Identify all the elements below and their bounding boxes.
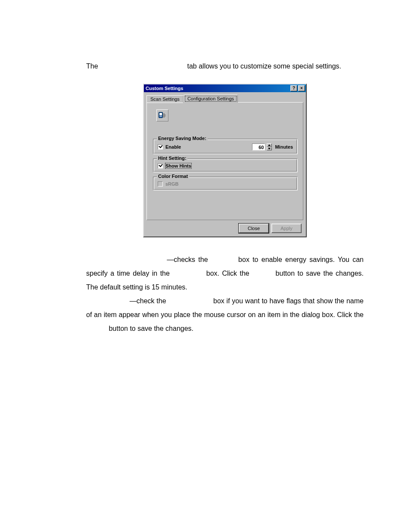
apply-button[interactable]: Apply [271,224,302,233]
intro-the: The [86,62,98,70]
p1-d: box. Click the [206,270,249,277]
wrench-plug-icon [158,111,167,120]
group-energy-saving: Energy Saving Mode: Enable 60 [153,139,298,154]
p2-d: dialog box. Click the [302,311,364,318]
paragraph-hint: —check the box if you want to have flags… [86,294,364,336]
document-page: The tab allows you to customize some spe… [0,0,411,532]
group-hint-setting: Hint Setting: Show Hints [153,159,298,172]
svg-rect-3 [163,113,165,118]
p2-e: button to save the changes. [109,325,193,332]
dialog-title: Custom Settings [146,86,290,91]
checkbox-enable-label: Enable [165,144,181,149]
intro-rest: tab allows you to customize some special… [187,62,341,70]
minutes-value[interactable]: 60 [252,143,265,150]
p2-b: box if you want to have flags that show [213,297,333,305]
config-tool-icon[interactable] [156,109,168,121]
minutes-unit: Minutes [275,144,293,149]
legend-energy: Energy Saving Mode: [157,136,208,141]
svg-rect-1 [159,113,162,115]
checkbox-box-icon [158,163,163,168]
checkbox-enable-energy[interactable]: Enable [158,144,181,149]
tab-configuration-settings[interactable]: Configuration Settings [184,95,238,103]
close-button[interactable]: Close [239,224,269,233]
p2-a: —check the [130,297,166,305]
spin-up-button[interactable] [267,143,272,147]
dialog-button-row: Close Apply [146,220,303,234]
titlebar-help-button[interactable]: ? [290,85,297,91]
p1-b: box to enable energy savings. You [238,256,349,263]
p1-a: —checks the [167,256,208,263]
titlebar[interactable]: Custom Settings ? × [144,84,306,92]
svg-rect-4 [165,114,166,117]
below-dialog-text: —checks the box to enable energy savings… [86,253,364,336]
custom-settings-dialog: Custom Settings ? × Scan Settings Config… [143,84,307,237]
tab-strip: Scan Settings Configuration Settings [146,95,303,103]
paragraph-energy: —checks the box to enable energy savings… [86,253,364,294]
minutes-spinbox[interactable]: 60 Minutes [252,143,293,150]
titlebar-close-button[interactable]: × [298,85,305,91]
checkbox-srgb-label: sRGB [165,181,179,187]
chevron-up-icon [268,144,271,146]
tab-scan-settings[interactable]: Scan Settings [146,95,184,103]
chevron-down-icon [268,148,271,149]
toolbar-row [153,107,298,139]
svg-rect-2 [159,116,162,117]
legend-color: Color Format [157,174,189,179]
intro-paragraph: The tab allows you to customize some spe… [86,59,364,73]
dialog-wrapper: Custom Settings ? × Scan Settings Config… [86,84,364,237]
group-color-format: Color Format sRGB [153,177,298,190]
checkbox-show-hints-label: Show Hints [165,163,191,168]
spin-down-button[interactable] [267,147,272,150]
checkbox-box-icon [158,144,163,149]
svg-marker-6 [268,148,271,149]
legend-hint: Hint Setting: [157,156,187,161]
checkbox-srgb: sRGB [158,181,179,187]
checkbox-box-icon [158,181,163,187]
checkbox-show-hints[interactable]: Show Hints [158,163,191,168]
svg-marker-5 [268,144,271,146]
tab-page-configuration: Energy Saving Mode: Enable 60 [146,102,303,220]
p1-e: button to save [276,270,321,277]
